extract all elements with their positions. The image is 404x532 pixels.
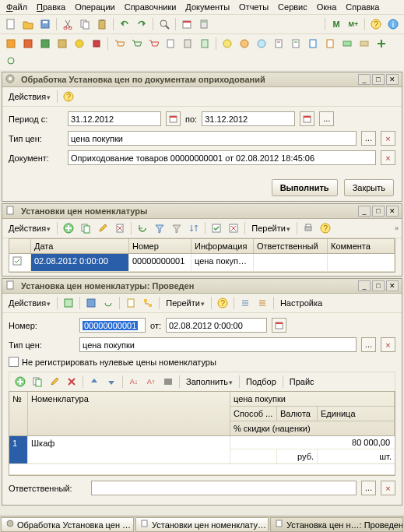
col-currency[interactable]: Валюта (277, 407, 318, 421)
post-close-icon[interactable] (61, 295, 76, 311)
money-icon-3[interactable] (254, 36, 269, 51)
responsible-input[interactable] (91, 481, 357, 495)
fill-menu[interactable]: Заполнить ▾ (183, 376, 236, 387)
minimize-button[interactable]: _ (358, 206, 371, 217)
col-n[interactable]: № (9, 392, 28, 435)
m-plus-icon[interactable]: M+ (346, 16, 361, 32)
add-icon[interactable] (61, 220, 76, 236)
add-row-icon[interactable] (12, 374, 28, 389)
cart-icon-2[interactable] (128, 36, 144, 51)
new-doc-icon[interactable] (3, 16, 19, 32)
col-comment[interactable]: Коммента (328, 239, 395, 253)
move-down-icon[interactable] (104, 374, 119, 389)
cart-icon[interactable] (111, 36, 127, 51)
select-button[interactable]: Подбор (243, 376, 279, 387)
task-processing[interactable]: Обработка Установка цен … (1, 517, 134, 532)
help-icon[interactable]: ? (215, 295, 230, 311)
open-icon[interactable] (20, 16, 36, 32)
close-button[interactable]: ✕ (386, 280, 399, 291)
actions-menu[interactable]: Действия ▾ (5, 91, 54, 102)
tool-icon-2[interactable] (20, 36, 36, 51)
price-button[interactable]: Прайс (286, 376, 318, 387)
col-date[interactable]: Дата (31, 239, 129, 253)
tool-icon-6[interactable] (89, 36, 104, 51)
table-row[interactable]: 1 Шкаф 80 000,00 руб. шт. (9, 436, 395, 464)
money-icon-2[interactable] (237, 36, 252, 51)
m-icon[interactable]: M (328, 16, 344, 32)
menu-refs[interactable]: Справочники (125, 2, 177, 12)
task-doc[interactable]: Установка цен н…: Проведен (270, 517, 403, 532)
close-button[interactable]: ✕ (386, 74, 399, 85)
ellipsis-button[interactable]: … (361, 481, 376, 495)
list-icon-2[interactable] (255, 295, 270, 311)
report-icon-4[interactable] (322, 36, 338, 51)
doc-icon-tb[interactable] (163, 36, 178, 51)
refresh-icon[interactable] (100, 295, 116, 311)
calendar-icon[interactable] (166, 111, 181, 126)
edit-row-icon[interactable] (47, 374, 62, 389)
post-icon[interactable] (209, 220, 224, 236)
money-icon[interactable] (220, 36, 235, 51)
actions-menu[interactable]: Действия ▾ (5, 298, 54, 308)
actions-menu[interactable]: Действия ▾ (5, 223, 54, 234)
undo-icon[interactable] (117, 16, 132, 32)
col-nomenclature[interactable]: Номенклатура (28, 392, 230, 435)
number-input[interactable]: 00000000001 (79, 318, 146, 333)
doc-icon-tb2[interactable] (180, 36, 195, 51)
close-button-action[interactable]: Закрыть (344, 179, 394, 196)
chevron-right-icon[interactable]: » (395, 224, 399, 232)
calendar-icon[interactable] (272, 318, 286, 333)
maximize-button[interactable]: □ (372, 280, 385, 291)
copy-row-icon[interactable] (30, 374, 45, 389)
help-icon[interactable]: ? (368, 16, 384, 32)
ellipsis-button[interactable]: … (361, 337, 376, 352)
unpost-icon[interactable] (226, 220, 241, 236)
cart-icon-3[interactable] (146, 36, 161, 51)
menu-windows[interactable]: Окна (317, 2, 337, 12)
menu-reports[interactable]: Отчеты (239, 2, 269, 12)
main-menu[interactable]: Файл Правка Операции Справочники Докумен… (0, 0, 404, 14)
copy-icon[interactable] (78, 220, 93, 236)
tool-icon-4[interactable] (54, 36, 70, 51)
delete-row-icon[interactable] (64, 374, 79, 389)
refresh-tb-icon[interactable] (3, 53, 19, 69)
period-from-input[interactable]: 31.12.2012 (68, 111, 161, 126)
menu-help[interactable]: Справка (346, 2, 379, 12)
redo-icon[interactable] (134, 16, 149, 32)
paste-icon[interactable] (94, 16, 110, 32)
copy-icon[interactable] (77, 16, 93, 32)
tool-icon-5[interactable] (72, 36, 87, 51)
menu-docs[interactable]: Документы (185, 2, 230, 12)
cut-icon[interactable] (60, 16, 76, 32)
execute-button[interactable]: Выполнить (272, 179, 338, 196)
save-icon[interactable] (37, 16, 53, 32)
col-unit[interactable]: Единица (318, 407, 394, 421)
clear-button[interactable]: × (381, 131, 395, 146)
close-button[interactable]: ✕ (386, 206, 399, 217)
based-on-icon[interactable] (123, 295, 139, 311)
col-info[interactable]: Информация (191, 239, 254, 253)
sort-asc-icon[interactable]: A↓ (126, 374, 142, 389)
col-marker[interactable] (9, 239, 31, 253)
misc-icon-2[interactable] (357, 36, 372, 51)
print-icon[interactable] (300, 220, 316, 236)
goto-menu[interactable]: Перейти ▾ (248, 223, 293, 234)
tool-icon-3[interactable] (37, 36, 53, 51)
col-method[interactable]: Способ ... (230, 407, 277, 421)
report-icon-1[interactable] (271, 36, 286, 51)
misc-icon-1[interactable] (339, 36, 355, 51)
menu-edit[interactable]: Правка (37, 2, 65, 12)
zero-prices-checkbox[interactable] (9, 357, 19, 367)
minimize-button[interactable]: _ (358, 74, 371, 85)
report-icon-3[interactable] (305, 36, 321, 51)
barcode-icon[interactable] (160, 374, 176, 389)
find-icon[interactable] (156, 16, 172, 32)
help-icon[interactable]: ? (61, 89, 76, 104)
col-responsible[interactable]: Ответственный (254, 239, 328, 253)
date-input[interactable]: 02.08.2012 0:00:00 (166, 318, 267, 333)
col-number[interactable]: Номер (129, 239, 191, 253)
clear-button[interactable]: × (381, 481, 395, 495)
ellipsis-button[interactable]: … (361, 131, 376, 146)
maximize-button[interactable]: □ (372, 74, 385, 85)
misc-icon-3[interactable] (374, 36, 389, 51)
